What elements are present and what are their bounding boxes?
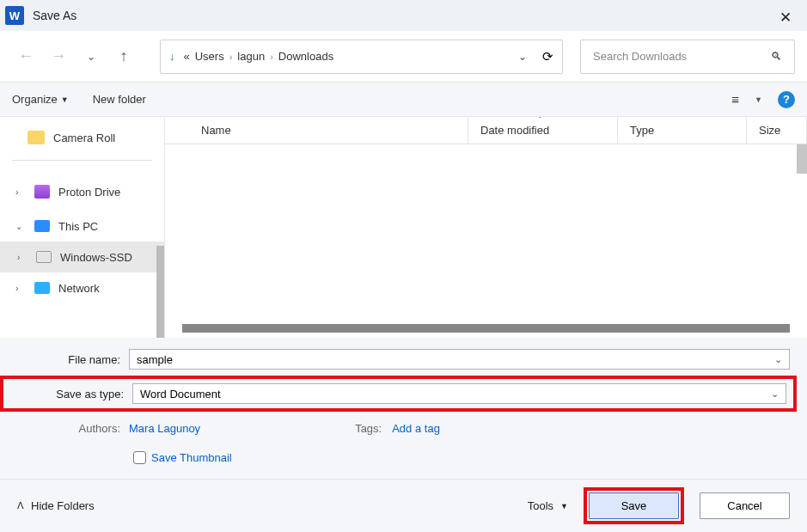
save-thumbnail-checkbox[interactable] [133, 451, 146, 464]
savetype-label: Save as type: [3, 388, 132, 401]
savetype-value: Word Document [140, 388, 221, 401]
search-placeholder: Search Downloads [593, 50, 687, 63]
tags-value[interactable]: Add a tag [392, 422, 440, 435]
cloud-drive-icon [34, 185, 50, 199]
save-form-area: File name: sample ⌄ Save as type: Word D… [0, 338, 807, 479]
view-options-button[interactable]: ≡ [731, 92, 739, 107]
toolbar: Organize ▼ New folder ≡ ▼ ? [0, 83, 807, 117]
sidebar-item-camera-roll[interactable]: Camera Roll [0, 122, 164, 153]
nav-back-button[interactable]: ← [12, 43, 40, 70]
filename-row: File name: sample ⌄ [0, 346, 797, 372]
search-input[interactable]: Search Downloads 🔍︎ [580, 40, 795, 74]
save-thumbnail-row: Save Thumbnail [0, 444, 797, 470]
navigation-bar: ← → ⌄ ↑ ↓ « Users › lagun › Downloads ⌄ … [0, 31, 807, 83]
address-dropdown[interactable]: ⌄ [518, 51, 527, 63]
savetype-select[interactable]: Word Document ⌄ [132, 383, 786, 404]
chevron-up-icon: ᐱ [17, 500, 24, 511]
tags-label: Tags: [355, 422, 382, 435]
chevron-down-icon: ▼ [61, 95, 69, 104]
download-location-icon: ↓ [169, 50, 175, 63]
sidebar-divider [12, 160, 152, 161]
column-header-type[interactable]: Type [618, 117, 747, 144]
breadcrumb-part[interactable]: lagun [237, 50, 265, 63]
horizontal-scrollbar[interactable] [182, 324, 790, 333]
chevron-down-icon: ▼ [560, 502, 568, 511]
file-list-area: ⌄ Name Date modified Type Size [165, 117, 807, 338]
folder-icon [28, 131, 45, 144]
breadcrumb-prefix: « [184, 50, 190, 63]
dialog-footer: ᐱ Hide Folders Tools ▼ Save Cancel [0, 479, 807, 532]
breadcrumb-part[interactable]: Downloads [278, 50, 333, 63]
disk-icon [36, 251, 52, 263]
chevron-down-icon[interactable]: ⌄ [774, 354, 782, 365]
column-header-size[interactable]: Size [747, 117, 807, 144]
column-headers: Name Date modified Type Size [165, 117, 807, 144]
chevron-down-icon[interactable]: ⌄ [15, 222, 26, 231]
column-header-name[interactable]: Name [165, 117, 468, 144]
chevron-right-icon: › [270, 52, 273, 62]
metadata-row: Authors: Mara Lagunoy Tags: Add a tag [0, 415, 797, 441]
chevron-right-icon[interactable]: › [17, 253, 28, 262]
new-folder-button[interactable]: New folder [93, 93, 146, 106]
address-bar[interactable]: ↓ « Users › lagun › Downloads ⌄ ⟳ [160, 40, 563, 74]
breadcrumb-part[interactable]: Users [195, 50, 224, 63]
hide-folders-button[interactable]: ᐱ Hide Folders [17, 499, 95, 512]
sidebar-item-proton-drive[interactable]: › Proton Drive [0, 176, 164, 207]
nav-up-button[interactable]: ↑ [110, 43, 138, 70]
main-area: Camera Roll › Proton Drive ⌄ This PC › W… [0, 117, 807, 338]
file-list-body[interactable] [165, 144, 807, 338]
sidebar: Camera Roll › Proton Drive ⌄ This PC › W… [0, 117, 165, 338]
sidebar-item-network[interactable]: › Network [0, 272, 164, 303]
save-thumbnail-label[interactable]: Save Thumbnail [151, 451, 232, 464]
authors-label: Authors: [0, 422, 129, 435]
filename-label: File name: [0, 353, 129, 366]
pc-icon [34, 220, 50, 232]
organize-menu[interactable]: Organize ▼ [12, 93, 69, 106]
highlight-annotation: Save as type: Word Document ⌄ [0, 376, 797, 412]
vertical-scrollbar[interactable] [797, 144, 807, 174]
refresh-button[interactable]: ⟳ [542, 49, 553, 64]
filename-value: sample [137, 353, 173, 366]
titlebar: W Save As ✕ [0, 0, 807, 31]
sidebar-scrollbar[interactable] [156, 246, 164, 338]
sidebar-item-this-pc[interactable]: ⌄ This PC [0, 211, 164, 242]
column-header-date[interactable]: Date modified [468, 117, 618, 144]
word-app-icon: W [5, 6, 24, 25]
chevron-right-icon[interactable]: › [15, 187, 26, 197]
network-icon [34, 282, 50, 294]
chevron-down-icon[interactable]: ⌄ [771, 388, 779, 400]
highlight-annotation: Save [584, 487, 684, 524]
savetype-row: Save as type: Word Document ⌄ [3, 381, 793, 407]
breadcrumb: « Users › lagun › Downloads [184, 50, 510, 63]
save-button[interactable]: Save [589, 492, 679, 519]
search-icon: 🔍︎ [771, 50, 782, 63]
view-dropdown[interactable]: ▼ [755, 95, 762, 104]
sidebar-item-windows-ssd[interactable]: › Windows-SSD [0, 242, 164, 272]
nav-forward-button[interactable]: → [45, 43, 72, 70]
filename-input[interactable]: sample ⌄ [129, 349, 790, 370]
close-button[interactable]: ✕ [773, 7, 798, 28]
help-button[interactable]: ? [778, 91, 795, 108]
dialog-title: Save As [33, 9, 76, 22]
nav-recent-dropdown[interactable]: ⌄ [77, 43, 105, 70]
chevron-right-icon[interactable]: › [15, 284, 26, 293]
chevron-right-icon: › [229, 52, 233, 62]
cancel-button[interactable]: Cancel [700, 492, 790, 519]
tools-menu[interactable]: Tools ▼ [528, 499, 568, 512]
authors-value[interactable]: Mara Lagunoy [129, 422, 200, 435]
